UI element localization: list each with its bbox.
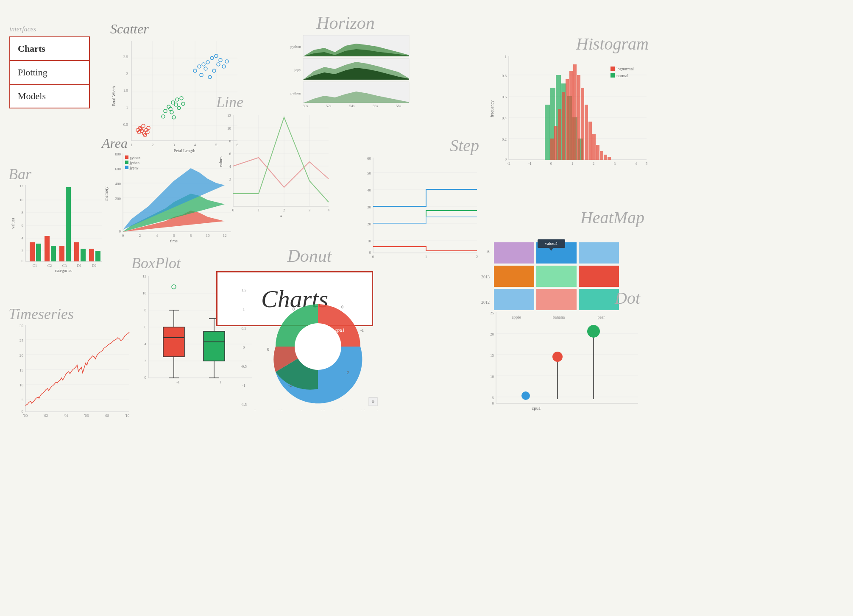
- svg-text:-2: -2: [346, 370, 349, 375]
- svg-rect-108: [59, 246, 64, 261]
- sidebar-item-charts[interactable]: Charts: [10, 37, 89, 61]
- interfaces-label: interfaces: [9, 25, 90, 33]
- svg-point-335: [552, 352, 563, 362]
- svg-rect-111: [81, 249, 86, 261]
- svg-text:values: values: [11, 218, 15, 229]
- svg-text:cpu2: cpu2: [299, 331, 309, 337]
- svg-text:10: 10: [20, 383, 24, 387]
- svg-text:0: 0: [145, 375, 147, 380]
- svg-rect-311: [536, 266, 577, 287]
- svg-text:-1.5: -1.5: [241, 402, 247, 407]
- svg-text:0.4: 0.4: [502, 116, 507, 120]
- svg-text:25: 25: [20, 339, 24, 343]
- svg-text:30: 30: [367, 205, 371, 209]
- svg-text:x: x: [280, 213, 282, 218]
- svg-text:-2: -2: [288, 383, 292, 388]
- svg-text:0: 0: [243, 345, 245, 350]
- svg-text:0.6: 0.6: [502, 95, 507, 99]
- line-svg: 12 10 8 6 4 2 0 1 2 3 4 x values: [216, 111, 331, 221]
- svg-text:50s: 50s: [303, 104, 308, 107]
- svg-text:C1: C1: [33, 264, 37, 268]
- sidebar: interfaces Charts Plotting Models: [9, 25, 90, 108]
- svg-rect-112: [89, 249, 94, 261]
- svg-point-43: [180, 97, 183, 100]
- svg-point-40: [176, 98, 179, 101]
- sidebar-item-plotting[interactable]: Plotting: [10, 61, 89, 85]
- svg-text:D1: D1: [77, 264, 82, 268]
- svg-text:'00: '00: [23, 413, 28, 418]
- svg-text:-1: -1: [242, 383, 245, 388]
- svg-rect-274: [545, 105, 550, 160]
- svg-point-49: [202, 63, 205, 66]
- svg-text:'08: '08: [105, 413, 109, 418]
- svg-point-337: [587, 325, 600, 338]
- svg-text:'10: '10: [125, 413, 130, 418]
- svg-text:values: values: [218, 156, 223, 167]
- svg-text:12: 12: [223, 233, 227, 238]
- svg-rect-104: [30, 242, 35, 261]
- svg-text:0: 0: [22, 259, 24, 263]
- svg-text:8: 8: [229, 139, 231, 143]
- svg-text:0: 0: [341, 305, 343, 309]
- svg-rect-295: [604, 155, 607, 160]
- svg-text:2: 2: [229, 177, 231, 181]
- svg-text:200: 200: [115, 197, 121, 201]
- svg-text:400: 400: [115, 182, 121, 186]
- svg-text:0.5: 0.5: [360, 409, 365, 410]
- svg-text:1: 1: [243, 307, 245, 311]
- svg-point-46: [162, 115, 165, 118]
- svg-rect-310: [494, 266, 534, 287]
- svg-text:0: 0: [550, 161, 552, 166]
- svg-rect-290: [585, 105, 588, 160]
- svg-point-163: [172, 285, 176, 289]
- svg-text:D2: D2: [92, 264, 97, 268]
- svg-text:2: 2: [283, 208, 285, 212]
- timeseries-title: Timeseries: [8, 305, 131, 323]
- svg-rect-84: [125, 155, 128, 159]
- svg-text:10: 10: [142, 291, 147, 295]
- svg-text:-0.5: -0.5: [241, 364, 247, 369]
- svg-point-35: [164, 109, 167, 113]
- svg-text:jopy: jopy: [294, 68, 301, 72]
- svg-text:0: 0: [232, 208, 234, 212]
- svg-text:0: 0: [119, 229, 121, 233]
- svg-text:0.5: 0.5: [123, 122, 128, 127]
- area-svg: 800 600 400 200 0 0 2 4 6 8 10 12 time m…: [102, 151, 233, 244]
- timeseries-chart-wrap: Timeseries 30 25 20 15 10 5 0 '00 '02 '0…: [8, 305, 131, 426]
- svg-rect-296: [608, 157, 611, 160]
- horizon-chart-wrap: Horizon python jopy python 50s 52s 54s 5…: [280, 13, 411, 109]
- svg-text:800: 800: [115, 152, 121, 156]
- svg-text:4: 4: [156, 233, 158, 238]
- donut-svg: 1.5 1 0.5 0 -0.5 -1 -1.5 -2 -1.5 -1 -0.5…: [237, 266, 382, 410]
- svg-text:1: 1: [258, 208, 260, 212]
- svg-text:2: 2: [593, 161, 595, 166]
- histogram-title: Histogram: [488, 34, 649, 54]
- svg-text:20: 20: [20, 353, 24, 358]
- svg-text:25: 25: [490, 311, 494, 315]
- svg-text:2: 2: [139, 233, 141, 238]
- svg-rect-285: [566, 79, 569, 160]
- histogram-svg: 1 0.8 0.6 0.4 0.2 0 -2 -1 0 1 2 3 4 5 fr…: [488, 54, 649, 177]
- svg-rect-287: [573, 64, 577, 160]
- step-title: Step: [356, 136, 479, 155]
- svg-text:0: 0: [267, 347, 269, 352]
- sidebar-box: Charts Plotting Models: [9, 36, 90, 108]
- svg-text:0: 0: [505, 157, 507, 161]
- svg-text:1: 1: [425, 255, 427, 259]
- histogram-chart-wrap: Histogram 1 0.8 0.6 0.4 0.2 0 -2 -1 0 1 …: [488, 34, 649, 178]
- svg-text:python: python: [130, 155, 141, 160]
- svg-point-56: [219, 58, 222, 62]
- svg-point-41: [170, 111, 173, 114]
- svg-text:8: 8: [145, 308, 147, 312]
- svg-point-241: [295, 323, 341, 370]
- sidebar-item-models[interactable]: Models: [10, 85, 89, 108]
- svg-point-48: [198, 65, 201, 68]
- svg-text:5: 5: [22, 398, 24, 402]
- svg-point-54: [212, 69, 216, 72]
- svg-text:-2: -2: [253, 409, 256, 410]
- svg-rect-292: [592, 134, 596, 160]
- svg-text:1.5: 1.5: [123, 89, 128, 93]
- svg-rect-293: [596, 145, 599, 160]
- svg-text:4: 4: [145, 342, 147, 346]
- svg-text:5: 5: [646, 161, 648, 166]
